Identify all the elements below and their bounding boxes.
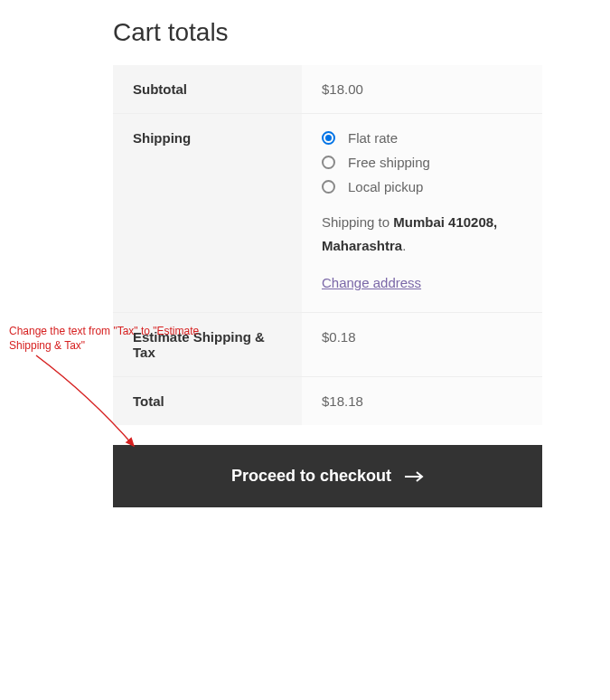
shipping-option-free-shipping[interactable]: Free shipping [322,155,522,170]
total-row: Total $18.18 [113,377,542,426]
radio-icon [322,156,335,169]
shipping-destination: Shipping to Mumbai 410208, Maharashtra. [322,211,522,257]
shipping-label: Shipping [113,114,302,313]
tax-value: $0.18 [302,313,542,377]
total-value: $18.18 [302,377,542,426]
total-label: Total [113,377,302,426]
shipping-destination-suffix: . [402,238,406,253]
shipping-destination-prefix: Shipping to [322,214,393,230]
shipping-option-label: Free shipping [348,155,430,170]
cart-totals-heading: Cart totals [113,18,542,47]
shipping-options: Flat rate Free shipping Local pickup [322,130,522,194]
checkout-button-label: Proceed to checkout [231,467,391,486]
shipping-option-label: Local pickup [348,179,423,194]
shipping-option-local-pickup[interactable]: Local pickup [322,179,522,194]
change-address-link[interactable]: Change address [322,275,421,290]
subtotal-label: Subtotal [113,65,302,114]
shipping-row: Shipping Flat rate Free shipping Local p… [113,114,542,313]
subtotal-value: $18.00 [302,65,542,114]
annotation-text: Change the text from "Tax" to "Estimate … [9,324,203,353]
shipping-option-label: Flat rate [348,130,398,146]
arrow-right-icon [404,471,424,482]
radio-icon [322,180,335,194]
proceed-to-checkout-button[interactable]: Proceed to checkout [113,445,542,507]
cart-totals-table: Subtotal $18.00 Shipping Flat rate Free … [113,65,542,425]
radio-icon [322,131,335,145]
shipping-option-flat-rate[interactable]: Flat rate [322,130,522,146]
subtotal-row: Subtotal $18.00 [113,65,542,114]
